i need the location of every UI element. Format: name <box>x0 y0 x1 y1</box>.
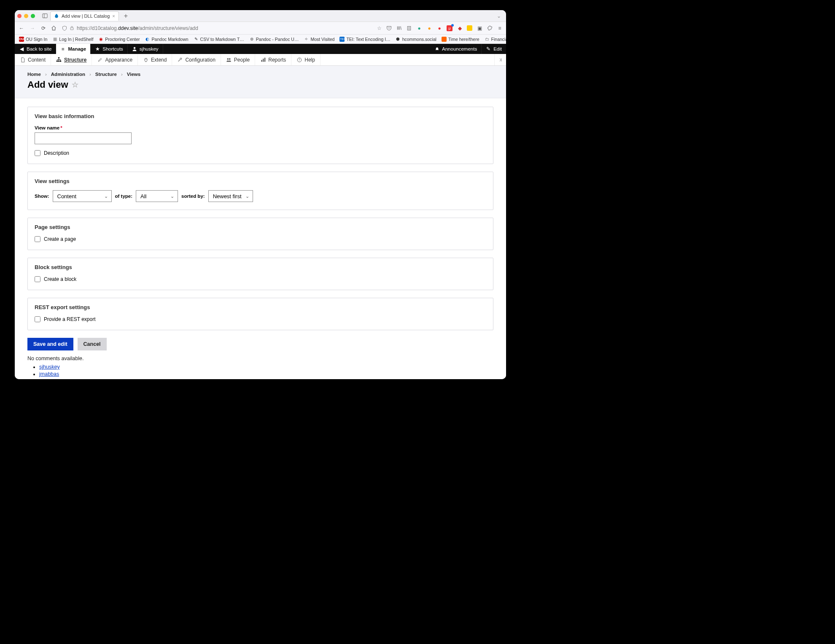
forward-button[interactable]: → <box>29 25 36 31</box>
bookmark-folder[interactable]: 🗀Financial <box>483 37 506 42</box>
shortcuts-link[interactable]: ★ Shortcuts <box>91 44 128 54</box>
tab-close-icon[interactable]: × <box>112 13 115 19</box>
breadcrumb-link[interactable]: Home <box>27 72 41 77</box>
menu-reports[interactable]: Reports <box>255 54 291 65</box>
extensions-icon[interactable] <box>487 25 493 31</box>
page-title: Add view ☆ <box>27 79 493 90</box>
bookmark-item[interactable]: TEITEI: Text Encoding I… <box>338 37 392 42</box>
user-link[interactable]: sjhuskey <box>39 364 60 370</box>
create-page-checkbox[interactable] <box>35 236 40 242</box>
ext-icon-1[interactable]: ● <box>416 25 422 31</box>
svg-point-13 <box>229 58 231 59</box>
bookmark-item[interactable]: Time here/there <box>440 37 481 42</box>
menu-extend[interactable]: Extend <box>138 54 172 65</box>
user-menu[interactable]: sjhuskey <box>128 44 163 54</box>
hamburger-icon: ≡ <box>60 46 65 51</box>
bookmark-item[interactable]: ⊕Pandoc - Pandoc U… <box>248 37 301 42</box>
sidebar-toggle-icon[interactable] <box>42 13 48 19</box>
minimize-window-button[interactable] <box>24 14 28 18</box>
wrench-icon <box>177 57 183 62</box>
bookmark-item[interactable]: ✎CSV to Markdown T… <box>192 37 246 42</box>
save-and-edit-button[interactable]: Save and edit <box>27 338 73 350</box>
cancel-button[interactable]: Cancel <box>78 338 107 350</box>
chevron-right-icon: › <box>45 72 47 77</box>
view-name-input[interactable] <box>35 132 132 144</box>
create-block-checkbox[interactable] <box>35 276 40 282</box>
shield-icon <box>62 26 67 31</box>
bookmark-item[interactable]: ⬢hcommons.social <box>394 37 438 42</box>
bookmark-item[interactable]: ◐Pandoc Markdown <box>143 37 190 42</box>
reload-button[interactable]: ⟳ <box>40 25 47 31</box>
new-tab-button[interactable]: + <box>121 12 130 20</box>
sitemap-icon <box>56 57 62 62</box>
panel-legend: REST export settings <box>35 304 486 310</box>
address-field[interactable]: https://d10catalog.ddev.site/admin/struc… <box>62 25 382 31</box>
admin-menu: Content Structure Appearance Extend Conf… <box>15 54 506 66</box>
panel-legend: View basic information <box>35 113 486 119</box>
user-icon <box>132 46 137 51</box>
chevron-right-icon: › <box>89 72 91 77</box>
description-checkbox-label: Description <box>44 150 69 156</box>
ext-icon-7[interactable]: ▣ <box>477 25 482 31</box>
bookmark-item[interactable]: ✧Most Visited <box>302 37 336 42</box>
menu-appearance[interactable]: Appearance <box>92 54 138 65</box>
star-icon: ★ <box>95 46 100 51</box>
edit-toggle[interactable]: ✎ Edit <box>482 44 506 54</box>
svg-rect-15 <box>263 59 264 62</box>
ext-icon-5[interactable]: ◆ <box>457 25 463 31</box>
manage-toggle[interactable]: ≡ Manage <box>56 44 91 54</box>
library-icon[interactable] <box>396 25 402 31</box>
ext-icon-3[interactable]: ● <box>436 25 442 31</box>
shortcut-star-icon[interactable]: ☆ <box>72 80 78 89</box>
browser-tab[interactable]: Add view | DLL Catalog × <box>50 11 119 21</box>
svg-rect-8 <box>58 57 59 58</box>
home-button[interactable] <box>51 25 58 31</box>
people-icon <box>226 57 232 62</box>
of-type-select[interactable]: All ⌄ <box>136 190 178 202</box>
user-link[interactable]: jmabbas <box>39 371 59 377</box>
bookmark-star-icon[interactable]: ☆ <box>377 25 382 31</box>
announcements-link[interactable]: Announcements <box>430 44 482 54</box>
provide-rest-export-checkbox[interactable] <box>35 316 40 322</box>
reader-icon[interactable] <box>406 25 412 31</box>
maximize-window-button[interactable] <box>31 14 35 18</box>
toolbar-right-icons: ● ● ● μ ◆ ▣ ≡ <box>386 25 503 31</box>
sorted-by-select[interactable]: Newest first ⌄ <box>208 190 253 202</box>
panel-legend: Block settings <box>35 264 486 270</box>
menu-icon[interactable]: ≡ <box>497 25 503 31</box>
bookmark-item[interactable]: ▦Log In | RedShelf <box>51 37 95 42</box>
url-text: https://d10catalog.ddev.site/admin/struc… <box>77 25 198 31</box>
show-label: Show: <box>35 194 49 199</box>
menu-help[interactable]: ? Help <box>291 54 321 65</box>
ext-icon-4[interactable]: μ <box>447 25 453 31</box>
bookmark-item[interactable]: OUOU Sign In <box>17 37 49 42</box>
bars-icon <box>260 57 266 62</box>
chevron-right-icon: › <box>121 72 123 77</box>
svg-rect-11 <box>60 61 61 62</box>
tabs-overflow-icon[interactable]: ⌄ <box>494 13 504 19</box>
breadcrumb-link[interactable]: Administration <box>51 72 85 77</box>
description-checkbox[interactable] <box>35 150 40 156</box>
back-button[interactable]: ← <box>18 25 25 31</box>
breadcrumb-link[interactable]: Structure <box>95 72 117 77</box>
menu-structure[interactable]: Structure <box>51 54 92 65</box>
sorted-by-label: sorted by: <box>181 194 205 199</box>
ext-icon-2[interactable]: ● <box>426 25 432 31</box>
breadcrumb-link[interactable]: Views <box>127 72 140 77</box>
no-comments-text: No comments available. <box>27 356 493 361</box>
lock-icon <box>70 26 74 30</box>
svg-rect-2 <box>70 28 73 30</box>
close-window-button[interactable] <box>17 14 22 18</box>
menu-configuration[interactable]: Configuration <box>172 54 221 65</box>
of-type-label: of type: <box>115 194 133 199</box>
rest-export-settings-panel: REST export settings Provide a REST expo… <box>27 298 493 330</box>
menu-people[interactable]: People <box>221 54 255 65</box>
show-select[interactable]: Content ⌄ <box>53 190 112 202</box>
menu-content[interactable]: Content <box>15 54 51 65</box>
pocket-icon[interactable] <box>386 25 392 31</box>
ext-icon-6[interactable] <box>467 25 472 31</box>
bookmark-item[interactable]: ◉Proctoring Center <box>97 37 141 42</box>
user-list: sjhuskey jmabbas <box>39 364 493 377</box>
toolbar-orientation-toggle[interactable] <box>494 54 506 65</box>
back-to-site-link[interactable]: ◀ Back to site <box>15 44 56 54</box>
